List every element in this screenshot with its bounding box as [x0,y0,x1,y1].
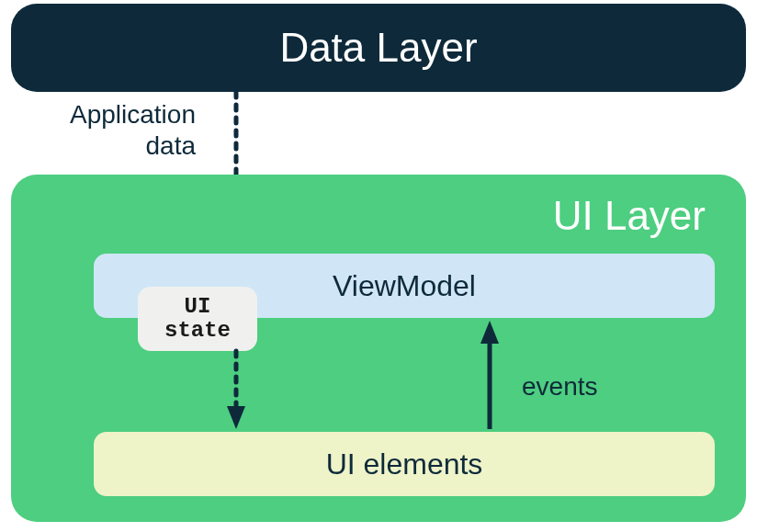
application-data-label: Application data [70,99,196,161]
svg-marker-3 [227,406,245,429]
arrow-elements-to-viewmodel [480,321,508,435]
ui-layer-title: UI Layer [553,193,706,239]
data-layer-title: Data Layer [279,25,477,71]
viewmodel-title: ViewModel [333,269,476,303]
events-label: events [522,372,598,402]
ui-elements-box: UI elements [94,432,715,496]
application-data-text: Application data [70,100,196,160]
svg-marker-5 [480,321,499,344]
ui-elements-title: UI elements [326,447,483,481]
arrow-state-to-elements [227,351,254,437]
data-layer-box: Data Layer [11,4,746,92]
ui-state-badge: UI state [138,287,257,351]
ui-layer-box: UI Layer ViewModel UI state events UI el… [11,175,746,522]
ui-state-text: UI state [164,295,231,344]
